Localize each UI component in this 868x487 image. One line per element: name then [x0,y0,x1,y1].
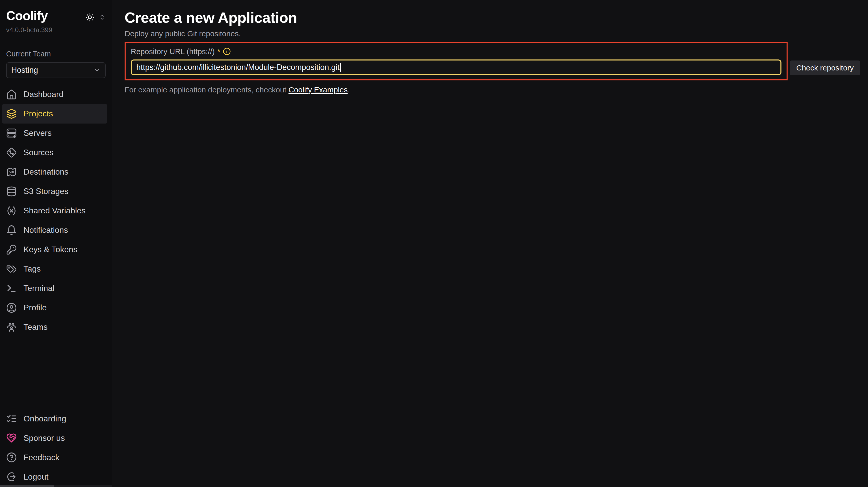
help-circle-icon [6,452,17,463]
required-asterisk: * [217,47,220,56]
sidebar-item-label: Servers [24,128,52,138]
sidebar-item-label: Keys & Tokens [24,245,78,254]
sidebar-item-sponsor-us[interactable]: Sponsor us [2,428,107,448]
sidebar-item-s3-storages[interactable]: S3 Storages [2,182,107,201]
coolify-examples-link[interactable]: Coolify Examples [288,86,348,94]
check-repository-button[interactable]: Check repository [789,61,860,75]
sidebar-item-logout[interactable]: Logout [2,467,107,486]
sidebar-header: Coolify v4.0.0-beta.399 [0,0,112,34]
page-subtitle: Deploy any public Git repositories. [125,29,860,38]
bell-icon [6,225,17,236]
sidebar-item-notifications[interactable]: Notifications [2,221,107,240]
list-checks-icon [6,413,17,424]
sidebar-item-projects[interactable]: Projects [2,104,107,124]
sidebar-item-servers[interactable]: Servers [2,124,107,143]
sidebar-item-sources[interactable]: Sources [2,143,107,162]
sidebar-item-label: Sponsor us [24,433,65,443]
sidebar-item-feedback[interactable]: Feedback [2,448,107,467]
sidebar: Coolify v4.0.0-beta.399 Current Team Hos… [0,0,112,487]
database-icon [6,186,17,197]
repository-url-label: Repository URL (https://) [131,47,215,56]
sidebar-item-teams[interactable]: Teams [2,318,107,337]
sidebar-item-label: Feedback [24,453,60,462]
git-source-icon [6,147,17,158]
map-icon [6,167,17,177]
sidebar-item-label: Notifications [24,225,68,235]
chevron-down-icon [93,67,101,74]
team-select[interactable]: Hosting [6,62,106,78]
sidebar-item-label: Sources [24,148,53,157]
sidebar-item-dashboard[interactable]: Dashboard [2,85,107,104]
sidebar-item-tags[interactable]: Tags [2,259,107,279]
main-content: Create a new Application Deploy any publ… [112,0,868,487]
sidebar-item-label: Tags [24,264,41,273]
app-version: v4.0.0-beta.399 [6,26,106,34]
sidebar-item-label: Onboarding [24,414,66,423]
sidebar-item-label: Destinations [24,167,68,176]
sidebar-item-shared-variables[interactable]: Shared Variables [2,201,107,221]
sun-icon [85,13,94,22]
sidebar-item-label: Profile [24,303,47,313]
info-icon[interactable] [223,47,231,55]
repository-url-value: https://github.com/illicitestonion/Modul… [136,63,340,72]
key-icon [6,244,17,255]
sidebar-spacer [0,337,112,409]
layers-icon [6,108,17,119]
sidebar-item-label: Logout [24,472,49,482]
sidebar-item-label: Shared Variables [24,206,86,216]
terminal-icon [6,283,17,294]
sidebar-footer-nav: OnboardingSponsor usFeedbackLogout [0,409,112,486]
hint-period: . [348,86,350,94]
sidebar-item-label: Terminal [24,284,54,293]
hint-text: For example application deployments, che… [125,86,288,94]
tags-icon [6,264,17,274]
repository-form-highlight-box: Repository URL (https://) * https://gith… [125,42,787,80]
sidebar-item-destinations[interactable]: Destinations [2,162,107,182]
text-caret [340,63,341,72]
sidebar-nav: DashboardProjectsServersSourcesDestinati… [0,85,112,337]
sidebar-item-profile[interactable]: Profile [2,298,107,318]
home-icon [6,89,17,100]
chevrons-up-down-icon [98,14,106,21]
sidebar-item-label: Projects [24,109,53,119]
sidebar-item-label: Dashboard [24,90,64,99]
sidebar-item-keys-tokens[interactable]: Keys & Tokens [2,240,107,259]
page-title: Create a new Application [125,9,860,26]
sidebar-item-label: Teams [24,322,48,332]
current-team-label: Current Team [6,50,106,58]
team-select-value: Hosting [11,66,38,75]
variable-icon [6,205,17,216]
sidebar-horizontal-scrollbar[interactable] [0,485,112,487]
app-logo: Coolify [6,9,48,24]
examples-hint: For example application deployments, che… [125,86,860,94]
sidebar-item-onboarding[interactable]: Onboarding [2,409,107,428]
sidebar-item-terminal[interactable]: Terminal [2,279,107,298]
log-out-icon [6,472,17,482]
repository-url-input[interactable]: https://github.com/illicitestonion/Modul… [131,60,781,75]
server-icon [6,128,17,139]
theme-toggle-button[interactable] [85,13,94,22]
scrollbar-thumb[interactable] [0,485,54,487]
sidebar-collapse-button[interactable] [98,14,106,21]
user-circle-icon [6,302,17,313]
heart-handshake-icon [6,433,17,443]
users-icon [6,322,17,332]
sidebar-item-label: S3 Storages [24,187,68,196]
